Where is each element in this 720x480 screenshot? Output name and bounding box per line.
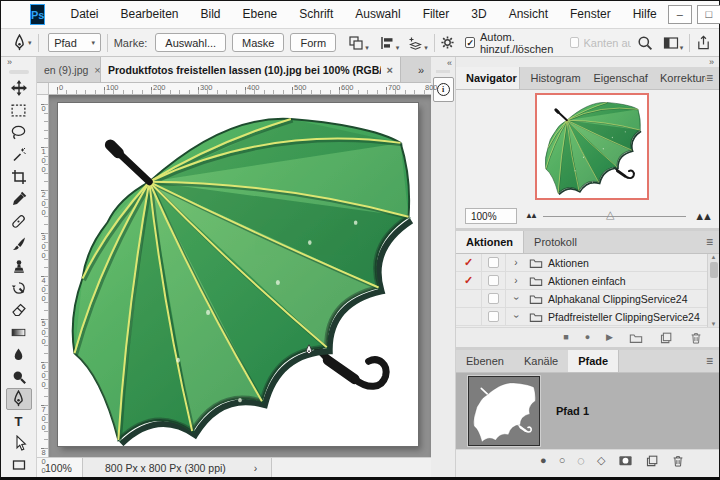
record-icon[interactable]: ● xyxy=(585,333,590,342)
share-icon[interactable] xyxy=(696,35,711,50)
zoom-in-icon[interactable]: ▲▲ xyxy=(694,211,710,222)
ruler-corner[interactable] xyxy=(37,83,49,95)
dialog-toggle[interactable] xyxy=(482,254,506,271)
menu-fenster[interactable]: Fenster xyxy=(559,1,622,28)
scrollbar-thumb[interactable] xyxy=(710,262,718,278)
expander-chevron[interactable]: › xyxy=(511,307,522,327)
dialog-toggle[interactable] xyxy=(482,272,506,289)
history-brush-tool[interactable] xyxy=(6,277,32,298)
action-row[interactable]: › Alphakanal ClippingService24 xyxy=(456,290,707,308)
play-icon[interactable]: ▶ xyxy=(606,333,613,342)
maximize-button[interactable]: □ xyxy=(697,5,720,24)
tools-grip[interactable] xyxy=(9,70,29,74)
action-row[interactable]: ✓ › Aktionen xyxy=(456,254,707,272)
canvas-image[interactable] xyxy=(58,103,418,446)
tab-overflow-chevron[interactable]: » xyxy=(410,57,431,82)
tab-navigator[interactable]: Navigator xyxy=(456,67,520,89)
tool-mode-select[interactable]: Pfad ▾ xyxy=(48,33,101,52)
navigator-proxy-view[interactable] xyxy=(537,95,647,198)
vertical-ruler[interactable]: 0 100 200 300 400 500 600 700 800 xyxy=(37,95,49,457)
document-tab-inactive[interactable]: en (9).jpg × xyxy=(37,57,101,82)
make-selection-button[interactable]: Auswahl... xyxy=(155,33,226,52)
add-mask-icon[interactable] xyxy=(618,453,633,468)
menu-ansicht[interactable]: Ansicht xyxy=(498,1,559,28)
shape-button[interactable]: Form xyxy=(290,33,336,52)
action-row[interactable]: › Pfadfreisteller ClippingService24 xyxy=(456,308,707,326)
collapse-tools-chevron[interactable]: » xyxy=(1,57,12,67)
include-check[interactable] xyxy=(456,290,482,307)
pen-tool-selected[interactable] xyxy=(6,388,32,409)
include-check[interactable]: ✓ xyxy=(456,272,482,289)
path-operations-button[interactable]: ▾ xyxy=(348,35,369,51)
lasso-tool[interactable] xyxy=(6,122,32,143)
crop-tool[interactable] xyxy=(6,167,32,188)
align-edges-checkbox[interactable] xyxy=(570,37,578,48)
close-tab-icon[interactable]: × xyxy=(94,64,100,76)
zoom-out-icon[interactable]: ▲▲ xyxy=(525,212,535,220)
include-check[interactable]: ✓ xyxy=(456,254,482,271)
tab-protokoll[interactable]: Protokoll xyxy=(524,231,587,253)
status-chevron[interactable]: › xyxy=(226,462,258,474)
expand-dock-chevron[interactable]: « xyxy=(447,57,455,68)
slider-thumb[interactable]: △ xyxy=(606,208,614,221)
load-selection-icon[interactable]: ◌ xyxy=(577,454,585,467)
move-tool[interactable] xyxy=(6,78,32,99)
scroll-up-icon[interactable]: ▲ xyxy=(711,254,717,260)
minimize-button[interactable]: – xyxy=(668,5,692,24)
chevron-down-icon[interactable]: ▾ xyxy=(28,39,32,46)
gear-icon[interactable] xyxy=(440,35,455,50)
magic-wand-tool[interactable] xyxy=(6,144,32,165)
menu-ebene[interactable]: Ebene xyxy=(232,1,289,28)
menu-bild[interactable]: Bild xyxy=(190,1,232,28)
tab-aktionen[interactable]: Aktionen xyxy=(456,231,524,253)
path-thumbnail[interactable] xyxy=(468,376,540,446)
workspace-switcher-icon[interactable]: ▾ xyxy=(663,35,684,51)
brush-tool[interactable] xyxy=(6,233,32,254)
menu-filter[interactable]: Filter xyxy=(412,1,461,28)
pen-tool-preset-icon[interactable] xyxy=(11,34,28,51)
tab-korrekturen[interactable]: Korrekture xyxy=(650,67,706,89)
expander-chevron[interactable]: › xyxy=(511,289,522,309)
search-icon[interactable] xyxy=(637,35,653,51)
navigator-zoom-field[interactable]: 100% xyxy=(465,208,517,224)
menu-auswahl[interactable]: Auswahl xyxy=(344,1,411,28)
path-name[interactable]: Pfad 1 xyxy=(556,405,589,417)
blur-tool[interactable] xyxy=(6,344,32,365)
dodge-tool[interactable] xyxy=(6,366,32,387)
new-path-icon[interactable] xyxy=(645,454,659,468)
delete-icon[interactable] xyxy=(689,331,703,345)
path-alignment-button[interactable]: ▾ xyxy=(379,35,400,51)
delete-path-icon[interactable] xyxy=(671,454,685,468)
mask-button[interactable]: Maske xyxy=(232,33,284,52)
menu-3d[interactable]: 3D xyxy=(460,1,497,28)
panel-menu-icon[interactable]: ≡ xyxy=(706,67,719,89)
healing-brush-tool[interactable] xyxy=(6,211,32,232)
dock-grip[interactable] xyxy=(436,70,450,73)
tab-kanaele[interactable]: Kanäle xyxy=(514,350,568,372)
eraser-tool[interactable] xyxy=(6,300,32,321)
include-check[interactable] xyxy=(456,308,482,325)
new-action-icon[interactable] xyxy=(659,331,673,345)
actions-scrollbar[interactable]: ▲ ▼ xyxy=(707,254,719,327)
auto-add-delete-checkbox[interactable]: ✓ xyxy=(465,37,475,48)
tab-eigenschaften[interactable]: Eigenschaf xyxy=(583,67,650,89)
document-tab-active[interactable]: Produktfotos freistellen lassen (10).jpg… xyxy=(101,57,401,82)
make-work-path-icon[interactable]: ◇ xyxy=(597,455,605,466)
collapse-dock-chevron[interactable]: » xyxy=(709,57,719,67)
dialog-toggle[interactable] xyxy=(482,308,506,325)
dialog-toggle[interactable] xyxy=(482,290,506,307)
tab-histogram[interactable]: Histogram xyxy=(520,67,583,89)
marquee-tool[interactable] xyxy=(6,100,32,121)
stroke-path-icon[interactable]: ○ xyxy=(559,455,566,466)
menu-schrift[interactable]: Schrift xyxy=(288,1,344,28)
new-set-folder-icon[interactable] xyxy=(629,331,643,345)
tab-ebenen[interactable]: Ebenen xyxy=(456,350,514,372)
navigator-zoom-slider[interactable]: △ xyxy=(543,216,686,217)
menu-bearbeiten[interactable]: Bearbeiten xyxy=(109,1,189,28)
panel-menu-icon[interactable]: ≡ xyxy=(706,231,719,253)
panel-menu-icon[interactable]: ≡ xyxy=(706,350,719,372)
close-tab-icon[interactable]: × xyxy=(387,64,393,76)
fill-path-icon[interactable]: ● xyxy=(540,455,547,466)
expander-chevron[interactable]: › xyxy=(506,275,526,286)
path-arrangement-button[interactable]: ▾ xyxy=(407,35,428,51)
